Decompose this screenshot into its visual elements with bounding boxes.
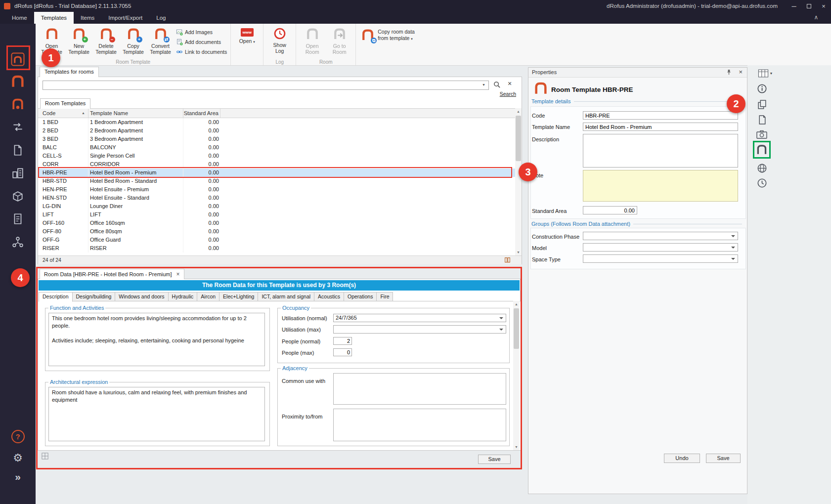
room-data-tab[interactable]: Description — [39, 292, 73, 302]
undo-button[interactable]: Undo — [664, 454, 700, 463]
column-header-code[interactable]: Code ▲ — [38, 109, 88, 118]
scrollbar-thumb[interactable] — [514, 308, 519, 349]
description-textarea[interactable] — [583, 134, 738, 168]
people-normal-input[interactable] — [333, 337, 352, 345]
template-name-input[interactable] — [583, 123, 738, 131]
tab-room-templates[interactable]: Room Templates — [40, 98, 90, 109]
menu-tab[interactable]: Items — [74, 12, 101, 24]
proximity-textarea[interactable] — [333, 409, 506, 441]
table-row[interactable]: 1 BED 1 Bedroom Apartment 0.00 — [38, 118, 517, 126]
code-input[interactable] — [583, 111, 738, 120]
architectural-expression-textarea[interactable]: Room should have a luxurious, calm and r… — [48, 387, 265, 441]
table-row[interactable]: RISER RISER 0.00 — [38, 244, 517, 252]
report-icon[interactable] — [504, 257, 511, 263]
add-documents-button[interactable]: Add documents — [176, 37, 227, 47]
table-row[interactable]: HBR-STD Hotel Bed Room - Standard 0.00 — [38, 177, 517, 185]
table-row[interactable]: LIFT LIFT 0.00 — [38, 210, 517, 219]
table-row[interactable]: HEN-PRE Hotel Ensuite - Premium 0.00 — [38, 185, 517, 194]
search-dropdown-caret-icon[interactable]: ▼ — [482, 83, 485, 86]
table-row[interactable]: HBR-PRE Hotel Bed Room - Premium 0.00 — [38, 168, 517, 177]
delete-template-button[interactable]: − DeleteTemplate — [93, 25, 119, 59]
room-data-tab[interactable]: Fire — [376, 292, 393, 301]
sidebar-item-items[interactable] — [9, 96, 26, 113]
room-data-scrollbar[interactable]: ▲ ▼ — [513, 301, 520, 450]
construction-phase-select[interactable] — [583, 232, 738, 240]
copy-data-panel-icon[interactable] — [754, 97, 769, 111]
copy-template-button[interactable]: + CopyTemplate — [120, 25, 146, 59]
scroll-down-icon[interactable]: ▼ — [515, 249, 522, 255]
room-template-panel-icon[interactable] — [754, 143, 769, 157]
room-data-save-button[interactable]: Save — [478, 455, 511, 464]
images-panel-icon[interactable] — [754, 127, 769, 141]
link-to-documents-button[interactable]: Link to documents — [176, 47, 227, 57]
room-data-tab[interactable]: Elec+Lighting — [219, 292, 258, 301]
minimize-button[interactable]: ─ — [787, 0, 801, 12]
standard-area-input[interactable] — [583, 206, 637, 214]
copy-room-data-button[interactable]: ⧉ Copy room datafrom template ▾ — [358, 25, 417, 45]
choose-columns-icon[interactable]: ▼ — [754, 66, 776, 80]
people-max-input[interactable] — [333, 348, 352, 356]
room-data-tab[interactable]: Windows and doors — [115, 292, 168, 301]
search-link[interactable]: Search — [485, 91, 516, 97]
sidebar-item-organization[interactable] — [9, 234, 26, 251]
tab-templates-for-rooms[interactable]: Templates for rooms — [40, 67, 99, 77]
scrollbar-thumb[interactable] — [516, 116, 521, 161]
function-activities-textarea[interactable]: This one bedroom hotel room provides liv… — [48, 313, 265, 366]
close-button[interactable]: × — [816, 0, 831, 12]
add-images-button[interactable]: Add Images — [176, 27, 227, 37]
table-row[interactable]: HEN-STD Hotel Ensuite - Standard 0.00 — [38, 194, 517, 202]
sidebar-item-room-templates[interactable] — [9, 73, 26, 90]
properties-save-button[interactable]: Save — [706, 454, 741, 463]
search-input[interactable] — [43, 81, 489, 90]
close-properties-icon[interactable]: × — [739, 68, 743, 76]
sidebar-item-rooms[interactable] — [9, 51, 26, 68]
utilisation-max-select[interactable] — [333, 325, 506, 334]
grid-view-toggle-icon[interactable] — [42, 453, 48, 460]
tab-room-data[interactable]: Room Data [HBR-PRE - Hotel Bed Room - Pr… — [40, 269, 184, 279]
room-data-tab[interactable]: Design/building — [72, 292, 116, 301]
go-to-room-button[interactable]: Go toRoom — [326, 25, 352, 59]
settings-button[interactable]: ⚙ — [9, 450, 26, 466]
space-type-select[interactable] — [583, 254, 738, 263]
table-row[interactable]: 3 BED 3 Bedroom Apartment 0.00 — [38, 135, 517, 143]
table-row[interactable]: CORR CORRIDOR 0.00 — [38, 160, 517, 168]
table-row[interactable]: OFF-80 Office 80sqm 0.00 — [38, 227, 517, 236]
room-data-tab[interactable]: Operations — [344, 292, 377, 301]
maximize-button[interactable] — [801, 0, 816, 12]
open-room-button[interactable]: OpenRoom — [299, 25, 325, 59]
scroll-up-icon[interactable]: ▲ — [513, 301, 520, 307]
table-row[interactable]: 2 BED 2 Bedroom Apartment 0.00 — [38, 126, 517, 135]
column-header-area[interactable]: Standard Area — [183, 109, 220, 118]
model-select[interactable] — [583, 243, 738, 252]
scroll-down-icon[interactable]: ▼ — [513, 444, 520, 450]
table-row[interactable]: LG-DIN Lounge Diner 0.00 — [38, 202, 517, 210]
new-template-button[interactable]: + NewTemplate — [66, 25, 92, 59]
www-open-button[interactable]: www Open ▾ — [234, 25, 260, 59]
collapse-ribbon-icon[interactable]: ∧ — [810, 12, 822, 24]
menu-tab[interactable]: Home — [5, 12, 34, 24]
column-header-name[interactable]: Template Name — [88, 109, 183, 118]
room-data-tab[interactable]: Hydraulic — [168, 292, 198, 301]
table-header[interactable]: Code ▲ Template Name Standard Area — [38, 108, 517, 118]
close-room-data-tab-icon[interactable]: × — [176, 270, 180, 279]
info-panel-icon[interactable] — [754, 82, 769, 95]
table-row[interactable]: CELL-S Single Person Cell 0.00 — [38, 152, 517, 160]
sidebar-item-buildings[interactable] — [9, 165, 26, 181]
common-use-textarea[interactable] — [333, 373, 506, 405]
expand-sidebar-button[interactable]: » — [9, 468, 26, 485]
pin-icon[interactable] — [726, 69, 732, 76]
documents-panel-icon[interactable] — [754, 113, 769, 126]
room-data-tab[interactable]: ICT, alarm and signal — [258, 292, 314, 301]
menu-tab[interactable]: Log — [149, 12, 173, 24]
clear-search-icon[interactable]: × — [508, 80, 512, 87]
sidebar-item-products[interactable] — [9, 188, 26, 205]
table-row[interactable]: BALC BALCONY 0.00 — [38, 143, 517, 152]
utilisation-normal-select[interactable]: 24/7/365 — [333, 314, 506, 322]
web-panel-icon[interactable] — [754, 161, 769, 175]
show-log-button[interactable]: ShowLog — [266, 25, 293, 59]
sidebar-item-transfer[interactable] — [9, 119, 26, 135]
table-scrollbar[interactable]: ▲ ▼ — [515, 108, 522, 255]
note-textarea[interactable] — [583, 170, 738, 202]
log-panel-icon[interactable] — [754, 176, 769, 190]
table-row[interactable]: OFF-160 Office 160sqm 0.00 — [38, 219, 517, 227]
